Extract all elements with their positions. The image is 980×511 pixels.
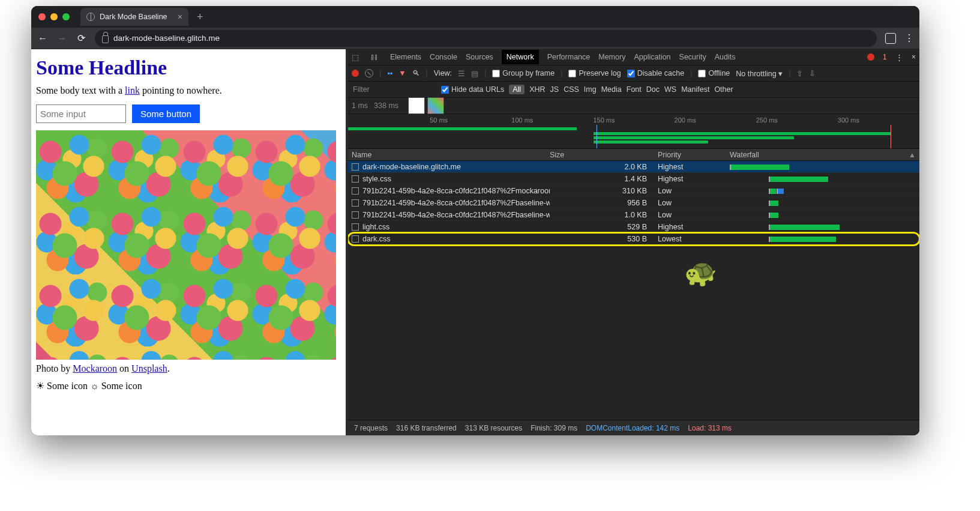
col-size[interactable]: Size <box>550 151 658 159</box>
filter-type-manifest[interactable]: Manifest <box>681 85 709 94</box>
credit-link-author[interactable]: Mockaroon <box>73 363 117 373</box>
filter-type-doc[interactable]: Doc <box>646 85 660 94</box>
table-row[interactable]: style.css1.4 KBHighest <box>348 173 919 185</box>
view-grid-icon[interactable]: ▤ <box>471 69 478 78</box>
request-name: 791b2241-459b-4a2e-8cca-c0fdc21f0487%2Fm… <box>362 187 550 195</box>
maximize-window-button[interactable] <box>62 13 70 20</box>
close-window-button[interactable] <box>38 13 46 20</box>
overview-ruler[interactable]: 50 ms 100 ms 150 ms 200 ms 250 ms 300 ms <box>348 116 919 149</box>
table-row[interactable]: 791b2241-459b-4a2e-8cca-c0fdc21f0487%2Fb… <box>348 209 919 221</box>
request-name: dark.css <box>362 235 391 243</box>
disable-cache-checkbox[interactable]: Disable cache <box>627 69 685 77</box>
screenshot-icon[interactable]: ▪▪ <box>387 69 392 77</box>
address-bar[interactable]: dark-mode-baseline.glitch.me <box>95 30 877 47</box>
clear-button[interactable] <box>365 69 373 77</box>
reload-button[interactable]: ⟳ <box>76 32 86 44</box>
forward-button[interactable]: → <box>56 33 67 44</box>
turtle-icon: 🐢 <box>684 257 717 288</box>
table-header[interactable]: Name Size Priority Waterfall▲ <box>348 149 919 161</box>
col-waterfall[interactable]: Waterfall▲ <box>730 151 916 159</box>
close-tab-icon[interactable]: × <box>178 12 182 22</box>
device-toggle-icon[interactable]: ⫿⫿ <box>371 53 382 61</box>
browser-window: Dark Mode Baseline × + ← → ⟳ dark-mode-b… <box>31 6 919 435</box>
inspect-icon[interactable]: ⬚ <box>352 53 362 62</box>
browser-menu-button[interactable]: ⋮ <box>904 32 913 44</box>
tab-application[interactable]: Application <box>634 53 670 61</box>
offline-checkbox[interactable]: Offline <box>698 69 730 77</box>
devtools-menu-icon[interactable]: ⋮ <box>895 53 903 62</box>
minimize-window-button[interactable] <box>50 13 58 20</box>
preserve-log-checkbox[interactable]: Preserve log <box>568 69 621 77</box>
devtools-close-icon[interactable]: × <box>912 53 916 61</box>
filmstrip[interactable] <box>408 97 444 114</box>
browser-tab[interactable]: Dark Mode Baseline × <box>80 8 188 26</box>
tab-elements[interactable]: Elements <box>390 53 421 61</box>
content-split: Some Headline Some body text with a link… <box>31 49 919 435</box>
network-toolbar: | ▪▪ ▼ 🔍︎ | View: ☰ ▤ | Group by frame |… <box>348 65 919 82</box>
filter-type-media[interactable]: Media <box>601 85 622 94</box>
import-har-icon[interactable]: ⇧ <box>796 69 803 78</box>
filter-type-all[interactable]: All <box>509 85 525 94</box>
file-icon <box>352 175 359 183</box>
globe-icon <box>86 13 95 21</box>
back-button[interactable]: ← <box>37 33 48 44</box>
file-icon <box>352 163 359 171</box>
filter-toggle-icon[interactable]: ▼ <box>398 69 406 77</box>
tab-security[interactable]: Security <box>679 53 706 61</box>
export-har-icon[interactable]: ⇩ <box>809 69 816 78</box>
sample-button[interactable]: Some button <box>132 104 200 123</box>
filter-type-css[interactable]: CSS <box>564 85 579 94</box>
network-table[interactable]: Name Size Priority Waterfall▲ dark-mode-… <box>348 149 919 420</box>
table-row[interactable]: light.css529 BHighest <box>348 221 919 233</box>
body-link[interactable]: link <box>125 85 140 95</box>
request-name: dark-mode-baseline.glitch.me <box>362 163 461 171</box>
lock-icon <box>102 35 109 43</box>
table-row[interactable]: dark.css530 BLowest <box>348 233 919 245</box>
col-name[interactable]: Name <box>352 151 550 159</box>
icon-row: ☀ Some icon ☼ Some icon <box>36 380 341 392</box>
devtools-tabs: ⬚ ⫿⫿ Elements Console Sources Network Pe… <box>348 49 919 65</box>
page-headline: Some Headline <box>36 56 341 79</box>
sample-input[interactable] <box>36 104 126 123</box>
view-list-icon[interactable]: ☰ <box>458 69 465 78</box>
filter-type-js[interactable]: JS <box>550 85 559 94</box>
request-size: 310 KB <box>550 187 658 195</box>
window-controls <box>38 13 70 20</box>
body-text: Some body text with a link pointing to n… <box>36 85 341 96</box>
filter-type-xhr[interactable]: XHR <box>529 85 545 94</box>
status-finish: Finish: 309 ms <box>531 424 577 432</box>
tab-audits[interactable]: Audits <box>715 53 736 61</box>
tab-console[interactable]: Console <box>430 53 457 61</box>
group-by-frame-checkbox[interactable]: Group by frame <box>492 69 555 77</box>
filmstrip-frame[interactable] <box>408 97 425 114</box>
table-row[interactable]: 791b2241-459b-4a2e-8cca-c0fdc21f0487%2Fm… <box>348 185 919 197</box>
rendered-page[interactable]: Some Headline Some body text with a link… <box>31 49 348 435</box>
search-icon[interactable]: 🔍︎ <box>412 69 420 77</box>
extensions-icon[interactable] <box>885 33 896 44</box>
error-count[interactable]: 1 <box>883 53 887 61</box>
record-button[interactable] <box>352 70 359 77</box>
table-row[interactable]: dark-mode-baseline.glitch.me2.0 KBHighes… <box>348 161 919 173</box>
tab-performance[interactable]: Performance <box>547 53 591 61</box>
error-indicator-icon[interactable] <box>867 53 874 61</box>
new-tab-button[interactable]: + <box>193 11 207 23</box>
table-row[interactable]: 791b2241-459b-4a2e-8cca-c0fdc21f0487%2Fb… <box>348 197 919 209</box>
tab-sources[interactable]: Sources <box>466 53 493 61</box>
filter-type-ws[interactable]: WS <box>664 85 676 94</box>
tab-network[interactable]: Network <box>502 50 539 64</box>
throttling-select[interactable]: No throttling ▾ <box>736 69 783 78</box>
filter-type-font[interactable]: Font <box>627 85 642 94</box>
hide-data-urls-checkbox[interactable]: Hide data URLs <box>441 85 504 94</box>
filter-input[interactable]: Filter <box>348 85 441 94</box>
filter-type-other[interactable]: Other <box>714 85 733 94</box>
filter-type-img[interactable]: Img <box>584 85 597 94</box>
col-priority[interactable]: Priority <box>658 151 730 159</box>
request-priority: Low <box>658 199 730 207</box>
waterfall-cell <box>730 198 916 208</box>
file-icon <box>352 211 359 219</box>
tab-memory[interactable]: Memory <box>598 53 625 61</box>
request-size: 956 B <box>550 199 658 207</box>
browser-toolbar: ← → ⟳ dark-mode-baseline.glitch.me ⋮ <box>31 28 919 49</box>
filmstrip-frame[interactable] <box>427 97 444 114</box>
credit-link-site[interactable]: Unsplash <box>131 363 167 373</box>
